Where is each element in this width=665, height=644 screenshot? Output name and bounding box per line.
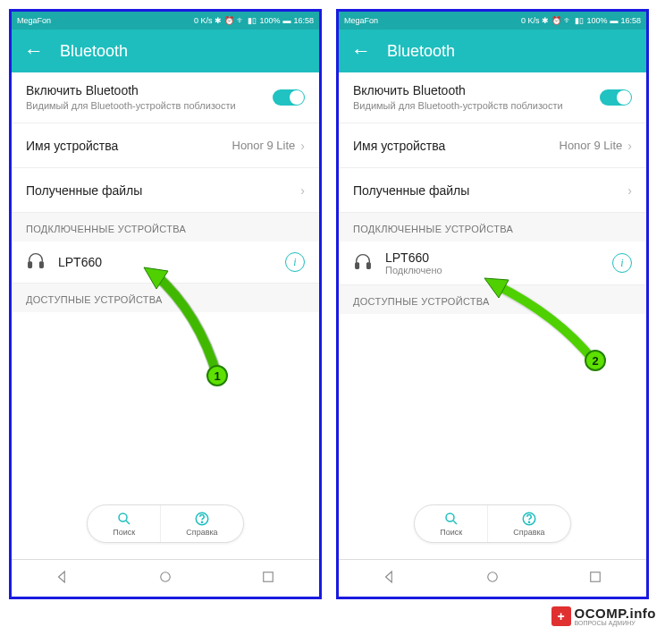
available-section-header: ДОСТУПНЫЕ УСТРОЙСТВА bbox=[339, 285, 646, 314]
watermark: + OCOMP.info ВОПРОСЫ АДМИНУ bbox=[551, 606, 656, 626]
signal-icon: ▮▯ bbox=[248, 16, 257, 25]
enable-subtitle: Видимый для Bluetooth-устройств поблизос… bbox=[26, 99, 236, 112]
connected-section-header: ПОДКЛЮЧЕННЫЕ УСТРОЙСТВА bbox=[339, 213, 646, 242]
speed-label: 0 K/s bbox=[194, 16, 213, 25]
phone-screenshot-2: MegaFon 0 K/s ✱ ⏰ ᯤ ▮▯ 100% ▬ 16:58 ← Bl… bbox=[336, 9, 649, 599]
battery-icon: ▬ bbox=[610, 16, 618, 25]
svg-point-6 bbox=[161, 572, 171, 581]
received-files-row[interactable]: Полученные файлы › bbox=[12, 168, 319, 213]
svg-line-12 bbox=[453, 521, 457, 524]
nav-home-icon[interactable] bbox=[157, 569, 173, 589]
device-name-row[interactable]: Имя устройства Honor 9 Lite › bbox=[339, 123, 646, 168]
device-name: LPT660 bbox=[385, 250, 600, 265]
svg-line-3 bbox=[126, 521, 130, 524]
annotation-badge-1: 1 bbox=[206, 365, 228, 386]
wifi-icon: ᯤ bbox=[237, 16, 245, 25]
info-icon[interactable]: i bbox=[612, 253, 632, 273]
received-files-label: Полученные файлы bbox=[26, 183, 142, 198]
bottom-button-bar: Поиск Справка bbox=[339, 504, 646, 543]
bottom-button-bar: Поиск Справка bbox=[12, 504, 319, 543]
nav-home-icon[interactable] bbox=[484, 569, 501, 589]
nav-recent-icon[interactable] bbox=[587, 569, 603, 589]
page-title: Bluetooth bbox=[387, 42, 455, 61]
annotation-badge-2: 2 bbox=[585, 350, 606, 371]
status-bar: MegaFon 0 K/s ✱ ⏰ ᯤ ▮▯ 100% ▬ 16:58 bbox=[339, 12, 646, 30]
search-label: Поиск bbox=[113, 528, 135, 537]
nav-back-icon[interactable] bbox=[382, 569, 398, 589]
device-name-value: Honor 9 Lite bbox=[560, 139, 623, 152]
enable-subtitle: Видимый для Bluetooth-устройств поблизос… bbox=[353, 99, 563, 112]
nav-bar bbox=[12, 559, 319, 597]
help-label: Справка bbox=[513, 528, 544, 537]
info-icon[interactable]: i bbox=[285, 252, 305, 272]
svg-rect-9 bbox=[356, 263, 359, 268]
device-status: Подключено bbox=[385, 265, 600, 275]
search-label: Поиск bbox=[440, 528, 462, 537]
status-bar: MegaFon 0 K/s ✱ ⏰ ᯤ ▮▯ 100% ▬ 16:58 bbox=[12, 12, 319, 30]
enable-bluetooth-row[interactable]: Включить Bluetooth Видимый для Bluetooth… bbox=[339, 72, 646, 123]
help-label: Справка bbox=[186, 528, 217, 537]
bluetooth-toggle[interactable] bbox=[600, 89, 632, 106]
battery-icon: ▬ bbox=[282, 16, 290, 25]
received-files-row[interactable]: Полученные файлы › bbox=[339, 168, 646, 213]
paired-device-row[interactable]: LPT660 Подключено i bbox=[339, 242, 646, 285]
chevron-right-icon: › bbox=[627, 139, 632, 153]
chevron-right-icon: › bbox=[300, 183, 305, 198]
svg-point-11 bbox=[446, 513, 454, 521]
search-button[interactable]: Поиск bbox=[415, 505, 487, 542]
headphones-icon bbox=[353, 251, 373, 275]
svg-rect-10 bbox=[367, 263, 371, 268]
page-title: Bluetooth bbox=[60, 42, 128, 61]
battery-label: 100% bbox=[259, 16, 280, 25]
enable-title: Включить Bluetooth bbox=[26, 83, 236, 97]
enable-title: Включить Bluetooth bbox=[353, 83, 563, 97]
wifi-icon: ᯤ bbox=[564, 16, 572, 25]
alarm-icon: ⏰ bbox=[224, 16, 234, 25]
chevron-right-icon: › bbox=[300, 139, 305, 153]
carrier-label: MegaFon bbox=[17, 16, 51, 25]
page-header: ← Bluetooth bbox=[12, 30, 319, 72]
available-section-header: ДОСТУПНЫЕ УСТРОЙСТВА bbox=[12, 284, 319, 312]
svg-rect-16 bbox=[590, 572, 600, 581]
nav-recent-icon[interactable] bbox=[260, 569, 276, 589]
svg-rect-0 bbox=[29, 262, 32, 267]
svg-point-14 bbox=[528, 521, 529, 522]
svg-point-5 bbox=[201, 521, 202, 522]
device-name-label: Имя устройства bbox=[353, 139, 445, 153]
speed-label: 0 K/s bbox=[521, 16, 540, 25]
page-header: ← Bluetooth bbox=[339, 30, 646, 72]
signal-icon: ▮▯ bbox=[575, 16, 584, 25]
watermark-sub: ВОПРОСЫ АДМИНУ bbox=[575, 620, 656, 626]
time-label: 16:58 bbox=[293, 16, 314, 25]
svg-point-2 bbox=[119, 513, 127, 521]
back-icon[interactable]: ← bbox=[24, 39, 44, 63]
connected-section-header: ПОДКЛЮЧЕННЫЕ УСТРОЙСТВА bbox=[12, 213, 319, 242]
chevron-right-icon: › bbox=[627, 183, 632, 198]
device-name-value: Honor 9 Lite bbox=[232, 139, 296, 152]
svg-point-15 bbox=[488, 572, 498, 581]
watermark-main: OCOMP.info bbox=[575, 606, 656, 620]
paired-device-row[interactable]: LPT660 i bbox=[12, 242, 319, 284]
nav-back-icon[interactable] bbox=[55, 569, 71, 589]
bluetooth-toggle[interactable] bbox=[273, 89, 305, 106]
headphones-icon bbox=[26, 250, 46, 274]
carrier-label: MegaFon bbox=[344, 16, 378, 25]
enable-bluetooth-row[interactable]: Включить Bluetooth Видимый для Bluetooth… bbox=[12, 72, 319, 123]
help-button[interactable]: Справка bbox=[487, 505, 569, 542]
bluetooth-icon: ✱ bbox=[542, 16, 549, 25]
svg-rect-7 bbox=[263, 572, 273, 581]
search-button[interactable]: Поиск bbox=[88, 505, 160, 542]
help-button[interactable]: Справка bbox=[160, 505, 242, 542]
plus-icon: + bbox=[551, 606, 571, 626]
alarm-icon: ⏰ bbox=[551, 16, 561, 25]
nav-bar bbox=[339, 559, 646, 597]
phone-screenshot-1: MegaFon 0 K/s ✱ ⏰ ᯤ ▮▯ 100% ▬ 16:58 ← Bl… bbox=[9, 9, 322, 599]
received-files-label: Полученные файлы bbox=[353, 183, 469, 198]
device-name-label: Имя устройства bbox=[26, 139, 118, 153]
time-label: 16:58 bbox=[620, 16, 641, 25]
device-name: LPT660 bbox=[58, 255, 273, 269]
svg-rect-1 bbox=[40, 262, 44, 267]
back-icon[interactable]: ← bbox=[351, 39, 371, 63]
device-name-row[interactable]: Имя устройства Honor 9 Lite › bbox=[12, 123, 319, 168]
battery-label: 100% bbox=[586, 16, 607, 25]
